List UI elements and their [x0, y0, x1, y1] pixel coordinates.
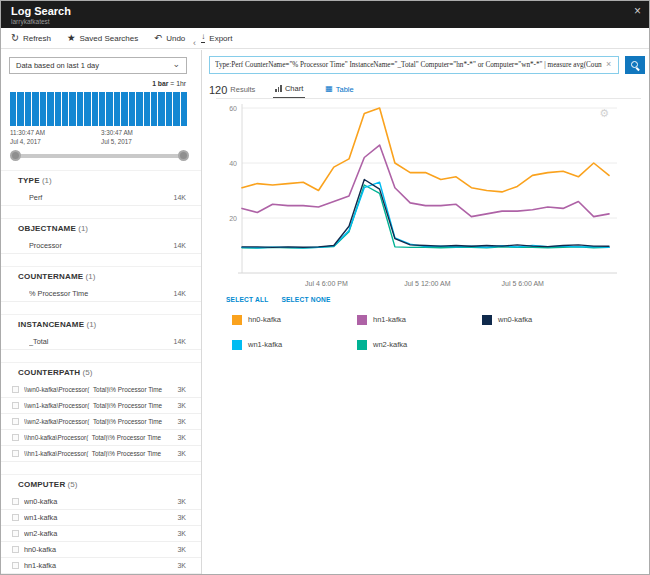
facet-item[interactable]: wn2-kafka3K	[1, 526, 201, 542]
legend-swatch	[357, 315, 367, 325]
divider	[216, 98, 641, 99]
main-panel: × 120 Results Chart ▦ Table ⚙ 204060Jul …	[202, 50, 649, 574]
facet-item-label: % Processor Time	[29, 289, 170, 298]
facet-item-count: 3K	[177, 434, 186, 441]
checkbox[interactable]	[12, 546, 19, 553]
checkbox[interactable]	[12, 450, 19, 457]
histogram-bar	[55, 92, 61, 126]
facet-section-type: TYPE (1)Perf14K	[1, 170, 201, 206]
time-scope-dropdown[interactable]: Data based on last 1 day ⌄	[9, 57, 187, 74]
facet-item[interactable]: hn1-kafka3K	[1, 558, 201, 574]
results-line-chart[interactable]: 204060Jul 4 6:00 PMJul 5 12:00 AMJul 5 6…	[217, 100, 641, 295]
table-grid-icon: ▦	[325, 85, 333, 93]
results-count: 120	[209, 84, 227, 96]
facet-item[interactable]: Processor14K	[1, 238, 201, 254]
facet-item-label: \\hn0-kafka\Processor(_Total)\% Processo…	[24, 434, 173, 441]
select-all-link[interactable]: SELECT ALL	[226, 296, 268, 303]
time-range-end: 3:30:47 AM Jul 5, 2017	[101, 129, 133, 146]
clear-search-icon[interactable]: ×	[606, 60, 611, 69]
facet-item[interactable]: Perf14K	[1, 190, 201, 206]
checkbox[interactable]	[12, 402, 19, 409]
histogram-bar	[136, 92, 142, 126]
bar-scale-label: 1 bar = 1hr	[152, 80, 186, 87]
series-line-wn1-kafka	[242, 182, 609, 248]
checkbox[interactable]	[12, 498, 19, 505]
histogram-bar	[99, 92, 105, 126]
facet-title: OBJECTNAME (1)	[18, 224, 201, 235]
time-histogram[interactable]	[10, 92, 187, 126]
svg-text:Jul 4 6:00 PM: Jul 4 6:00 PM	[305, 280, 348, 287]
body: Data based on last 1 day ⌄ 1 bar = 1hr 1…	[1, 50, 649, 574]
time-range-slider[interactable]	[15, 154, 184, 158]
facet-item-count: 3K	[177, 546, 186, 553]
slider-handle-right[interactable]	[178, 150, 189, 161]
facet-item-count: 14K	[174, 338, 186, 345]
histogram-bar	[62, 92, 68, 126]
facet-item-count: 3K	[177, 402, 186, 409]
facet-item[interactable]: \\wn2-kafka\Processor(_Total)\% Processo…	[1, 414, 201, 430]
search-input[interactable]	[209, 56, 619, 74]
histogram-bar	[40, 92, 46, 126]
facet-item-count: 3K	[177, 498, 186, 505]
histogram-bar	[114, 92, 120, 126]
facet-item[interactable]: \\hn0-kafka\Processor(_Total)\% Processo…	[1, 430, 201, 446]
legend-item-hn1-kafka[interactable]: hn1-kafka	[357, 307, 482, 332]
svg-text:60: 60	[229, 105, 237, 112]
svg-text:20: 20	[229, 215, 237, 222]
facet-title: COUNTERNAME (1)	[18, 272, 201, 283]
facet-item-label: _Total	[29, 337, 170, 346]
legend-item-wn2-kafka[interactable]: wn2-kafka	[357, 332, 482, 357]
refresh-button[interactable]: ↻ Refresh	[11, 33, 51, 43]
facet-item[interactable]: wn1-kafka3K	[1, 510, 201, 526]
facet-title: COUNTERPATH (5)	[18, 368, 201, 379]
checkbox[interactable]	[12, 562, 19, 569]
facet-item-label: hn1-kafka	[24, 561, 173, 570]
facet-item-label: hn0-kafka	[24, 545, 173, 554]
histogram-bar	[121, 92, 127, 126]
select-none-link[interactable]: SELECT NONE	[281, 296, 330, 303]
histogram-bar	[92, 92, 98, 126]
facet-list: TYPE (1)Perf14KOBJECTNAME (1)Processor14…	[1, 170, 201, 574]
facet-item[interactable]: hn0-kafka3K	[1, 542, 201, 558]
search-button[interactable]	[625, 56, 645, 74]
legend-label: wn0-kafka	[498, 315, 532, 324]
facet-item-label: wn0-kafka	[24, 497, 173, 506]
histogram-bar	[25, 92, 31, 126]
workspace-name: larrykafkatest	[11, 18, 50, 25]
export-button[interactable]: ↓ Export	[201, 33, 232, 43]
legend-item-hn0-kafka[interactable]: hn0-kafka	[232, 307, 357, 332]
facet-item[interactable]: \\wn0-kafka\Processor(_Total)\% Processo…	[1, 382, 201, 398]
svg-text:40: 40	[229, 160, 237, 167]
collapse-sidebar-icon[interactable]: ‹	[193, 39, 196, 48]
series-line-wn2-kafka	[242, 185, 609, 248]
facet-item[interactable]: \\wn1-kafka\Processor(_Total)\% Processo…	[1, 398, 201, 414]
results-bar: 120 Results Chart ▦ Table	[209, 81, 356, 98]
series-line-wn0-kafka	[242, 180, 609, 248]
checkbox[interactable]	[12, 530, 19, 537]
facet-item-count: 3K	[177, 514, 186, 521]
facet-item[interactable]: % Processor Time14K	[1, 286, 201, 302]
legend-item-wn1-kafka[interactable]: wn1-kafka	[232, 332, 357, 357]
checkbox[interactable]	[12, 386, 19, 393]
checkbox[interactable]	[12, 418, 19, 425]
saved-searches-button[interactable]: ★ Saved Searches	[67, 33, 138, 43]
title-bar: Log Search larrykafkatest ×	[1, 1, 649, 28]
facet-item[interactable]: wn0-kafka3K	[1, 494, 201, 510]
tab-table[interactable]: ▦ Table	[323, 82, 356, 98]
facet-item[interactable]: _Total14K	[1, 334, 201, 350]
log-search-window: Log Search larrykafkatest × ↻ Refresh ★ …	[0, 0, 650, 575]
filter-sidebar: Data based on last 1 day ⌄ 1 bar = 1hr 1…	[1, 50, 202, 574]
legend-swatch	[232, 315, 242, 325]
checkbox[interactable]	[12, 514, 19, 521]
undo-button[interactable]: ↶ Undo	[154, 33, 185, 43]
checkbox[interactable]	[12, 434, 19, 441]
tab-chart[interactable]: Chart	[273, 81, 305, 99]
histogram-bar	[84, 92, 90, 126]
close-icon[interactable]: ×	[634, 5, 641, 17]
legend-item-wn0-kafka[interactable]: wn0-kafka	[482, 307, 607, 332]
facet-item[interactable]: \\hn1-kafka\Processor(_Total)\% Processo…	[1, 446, 201, 462]
slider-handle-left[interactable]	[10, 150, 21, 161]
histogram-bar	[181, 92, 187, 126]
series-line-hn0-kafka	[242, 108, 609, 192]
toolbar: ↻ Refresh ★ Saved Searches ↶ Undo ↓ Expo…	[1, 28, 649, 49]
